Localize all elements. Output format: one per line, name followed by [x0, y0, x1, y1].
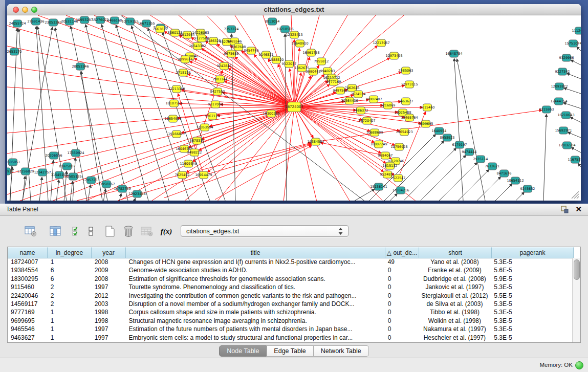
show-columns-icon[interactable] — [48, 224, 63, 238]
graph-node[interactable]: 8505051 — [7, 159, 20, 166]
table-row[interactable]: 1872400712008Changes of HCN gene express… — [8, 258, 573, 266]
graph-node[interactable]: 8427552 — [210, 88, 225, 95]
window-resize-grip[interactable] — [570, 191, 579, 199]
graph-node[interactable]: 13958167 — [98, 181, 115, 188]
table-row[interactable]: 911546021997Tourette syndrome. Phenomeno… — [8, 283, 573, 291]
network-view-window[interactable]: citations_edges.txt 24055724276914362305… — [7, 4, 581, 201]
graph-node[interactable]: 19166827 — [168, 130, 185, 138]
delete-table-disabled-icon[interactable] — [139, 224, 155, 238]
graph-node[interactable]: 15276072 — [92, 16, 108, 24]
graph-node[interactable]: 17334216 — [392, 187, 409, 194]
graph-node[interactable]: 12444154 — [550, 98, 567, 105]
graph-node[interactable]: 16210643 — [557, 112, 574, 119]
graph-node[interactable]: 1167537 — [568, 156, 581, 163]
column-header-pagerank[interactable]: pagerank — [492, 247, 574, 258]
graph-node[interactable]: 16648784 — [445, 50, 462, 57]
table-row[interactable]: 1456911722003Disruption of a novel membe… — [8, 300, 573, 308]
graph-node[interactable]: 8216069 — [381, 102, 396, 109]
graph-node[interactable]: 12213967 — [373, 39, 389, 47]
graph-node[interactable]: 7955812 — [314, 58, 329, 65]
graph-node[interactable]: 10654112 — [507, 177, 524, 184]
graph-node[interactable]: 24055724 — [9, 20, 26, 27]
scrollbar-thumb[interactable] — [574, 259, 580, 280]
column-header-title[interactable]: title — [126, 247, 385, 258]
graph-node[interactable]: 8471676 — [497, 170, 512, 177]
graph-node[interactable]: 19654923 — [396, 128, 412, 136]
graph-node[interactable]: 2935114 — [473, 156, 488, 163]
graph-node[interactable]: 12973115 — [401, 81, 418, 88]
graph-node[interactable]: 2653170 — [7, 48, 21, 55]
graph-node[interactable]: 7632621 — [485, 163, 500, 170]
create-table-icon[interactable] — [102, 224, 118, 238]
graph-node[interactable]: 1640954 — [432, 127, 447, 135]
graph-node[interactable]: 3391933 — [7, 168, 13, 175]
graph-node[interactable]: 8813054 — [265, 18, 280, 25]
column-header-year[interactable]: year — [92, 247, 126, 258]
graph-node[interactable]: 9227342 — [555, 68, 570, 75]
table-row[interactable]: 969969511998Structural magnetic resonanc… — [8, 317, 573, 325]
table-settings-icon[interactable] — [23, 224, 38, 238]
graph-node[interactable]: 16782759 — [114, 185, 130, 192]
graph-node[interactable]: 15136141 — [370, 183, 387, 190]
graph-node[interactable]: 17957253 — [82, 177, 99, 184]
column-header-outde[interactable]: △ out_de... — [385, 247, 419, 258]
graph-node[interactable]: 9699695 — [419, 120, 433, 127]
delete-attributes-trash-icon[interactable] — [121, 224, 136, 238]
graph-node[interactable]: 17359924 — [67, 149, 84, 157]
tab-network-table[interactable]: Network Table — [314, 345, 369, 357]
select-columns-check-icon[interactable] — [70, 224, 85, 238]
graph-node[interactable]: 15720407 — [358, 117, 375, 124]
graph-node[interactable]: 10973493 — [385, 52, 402, 59]
graph-node[interactable]: 11609349 — [180, 160, 197, 167]
tab-node-table[interactable]: Node Table — [219, 345, 267, 357]
graph-node[interactable]: 27691436 — [27, 18, 44, 25]
column-header-name[interactable]: name — [8, 247, 48, 258]
table-row[interactable]: 946362711997Embryonic stem cells: a mode… — [8, 334, 573, 342]
column-header-indegree[interactable]: in_degree — [48, 247, 92, 258]
graph-node[interactable]: 1112488 — [572, 27, 581, 34]
graph-node[interactable]: 10807487 — [365, 96, 382, 103]
graph-node[interactable]: 9245652 — [520, 185, 535, 192]
graph-node[interactable]: 16671355 — [138, 20, 155, 27]
window-titlebar[interactable]: citations_edges.txt — [7, 4, 581, 15]
table-row[interactable]: 2242004622012Investigating the contribut… — [8, 292, 573, 300]
graph-node[interactable]: 9146821 — [259, 51, 274, 58]
network-canvas[interactable]: 2405572427691436230532872053114610953287… — [7, 15, 581, 201]
graph-node[interactable]: 7357224 — [224, 26, 239, 33]
table-row[interactable]: 946554611997Estimation of the future num… — [8, 325, 573, 333]
graph-node[interactable]: 16640910 — [291, 40, 308, 47]
table-row[interactable]: 977716911998Corpus callosum shape and si… — [8, 308, 573, 316]
graph-node[interactable]: 18107554 — [165, 100, 182, 107]
table-row[interactable]: 1830029562008Estimation of significance … — [8, 275, 573, 283]
graph-node[interactable]: 12093872 — [551, 83, 568, 90]
graph-node[interactable]: 2718126 — [176, 69, 191, 76]
table-select-dropdown[interactable]: citations_edges.txt — [181, 225, 349, 237]
graph-node[interactable]: 15751074 — [564, 40, 581, 47]
graph-node[interactable]: 11156829 — [17, 168, 34, 175]
close-icon[interactable]: ✕ — [575, 205, 582, 214]
graph-node[interactable]: 16961758 — [302, 49, 319, 56]
graph-node[interactable]: 16914479 — [195, 171, 212, 179]
graph-node[interactable]: 9463627 — [399, 98, 413, 105]
row-options-icon[interactable] — [83, 224, 99, 238]
graph-node[interactable]: 10953287 — [76, 16, 93, 24]
graph-node[interactable]: 12342757 — [34, 169, 51, 176]
graph-node[interactable]: 9474444 — [462, 148, 477, 156]
graph-node[interactable]: 9267110 — [205, 113, 220, 120]
graph-node[interactable]: 20364436 — [341, 97, 358, 104]
graph-node[interactable]: 10654913 — [164, 115, 181, 122]
table-vertical-scrollbar[interactable] — [572, 258, 580, 342]
function-builder-icon[interactable]: f(x) — [159, 224, 174, 238]
graph-node[interactable]: 9115460 — [420, 104, 435, 111]
graph-node[interactable]: 23053287 — [45, 19, 61, 26]
graph-node[interactable]: 6466160 — [107, 17, 122, 24]
graph-node[interactable]: 7485063 — [399, 67, 413, 74]
graph-node[interactable]: 8215953 — [539, 106, 554, 113]
tab-edge-table[interactable]: Edge Table — [267, 345, 313, 357]
table-row[interactable]: 1938455462009Genome-wide association stu… — [8, 266, 573, 274]
graph-node[interactable]: 6179197 — [452, 141, 467, 148]
graph-node[interactable]: 20053346 — [72, 63, 89, 70]
column-header-short[interactable]: short — [419, 247, 492, 258]
graph-node[interactable]: 17016504 — [558, 142, 575, 149]
graph-node[interactable]: 16543382 — [189, 42, 206, 50]
